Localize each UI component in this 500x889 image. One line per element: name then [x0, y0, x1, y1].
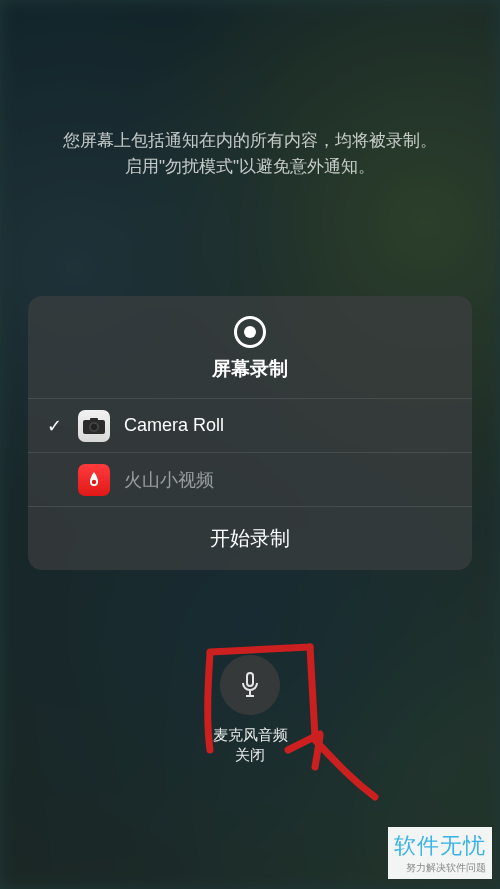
- svg-rect-5: [247, 673, 253, 686]
- notice-line-1: 您屏幕上包括通知在内的所有内容，均将被录制。: [30, 128, 470, 154]
- panel-title: 屏幕录制: [212, 356, 288, 382]
- recording-notice: 您屏幕上包括通知在内的所有内容，均将被录制。 启用"勿扰模式"以避免意外通知。: [0, 128, 500, 179]
- huoshan-icon: [78, 464, 110, 496]
- watermark-subtitle: 努力解决软件问题: [394, 861, 486, 875]
- panel-header: 屏幕录制: [28, 296, 472, 398]
- screen-recording-panel: 屏幕录制 ✓ Camera Roll 火山小视频 开始录制: [28, 296, 472, 570]
- start-recording-button[interactable]: 开始录制: [28, 506, 472, 570]
- record-icon: [234, 316, 266, 348]
- destination-option-camera-roll[interactable]: ✓ Camera Roll: [28, 398, 472, 452]
- watermark: 软件无忧 努力解决软件问题: [388, 827, 492, 879]
- svg-rect-1: [90, 418, 98, 422]
- microphone-toggle-button[interactable]: [220, 655, 280, 715]
- notice-line-2: 启用"勿扰模式"以避免意外通知。: [30, 154, 470, 180]
- svg-point-3: [91, 423, 97, 429]
- destination-option-huoshan[interactable]: 火山小视频: [28, 452, 472, 506]
- microphone-icon: [238, 671, 262, 699]
- svg-point-4: [92, 479, 96, 483]
- option-label: 火山小视频: [124, 468, 214, 492]
- camera-roll-icon: [78, 410, 110, 442]
- checkmark-icon: ✓: [44, 415, 64, 437]
- microphone-label: 麦克风音频 关闭: [213, 725, 288, 766]
- watermark-text: 软件无忧: [394, 831, 486, 861]
- option-label: Camera Roll: [124, 415, 224, 436]
- microphone-section: 麦克风音频 关闭: [0, 655, 500, 766]
